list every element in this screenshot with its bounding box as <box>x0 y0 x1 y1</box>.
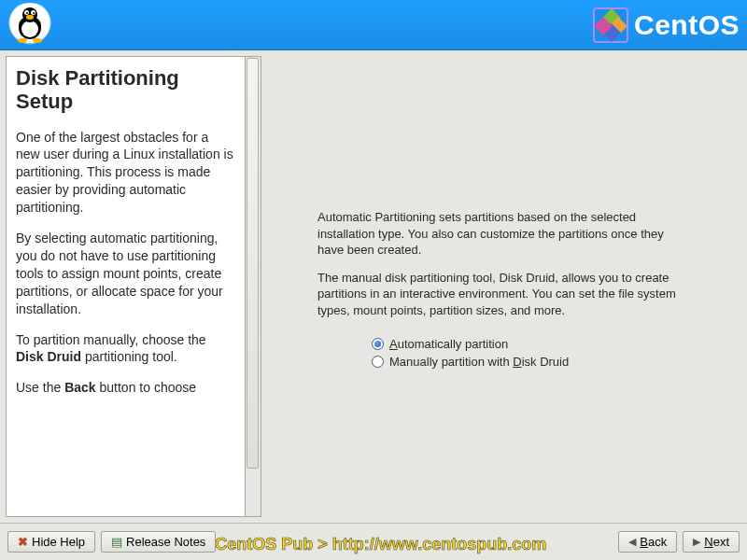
content-panel: Automatic Partitioning sets partitions b… <box>261 50 747 523</box>
button-label: Release Notes <box>126 535 205 549</box>
content-para-manual: The manual disk partitioning tool, Disk … <box>317 270 691 319</box>
help-paragraph: Use the Back button to choose <box>16 379 235 397</box>
scrollbar-thumb[interactable] <box>247 58 259 469</box>
help-scrollbar[interactable] <box>246 56 261 517</box>
button-label: Hide Help <box>32 535 85 549</box>
radio-icon <box>372 338 384 350</box>
title-bar: CentOS <box>0 0 747 50</box>
arrow-right-icon: ▶ <box>693 536 700 548</box>
help-title: Disk Partitioning Setup <box>16 66 235 114</box>
partition-mode-group: Automatically partition Manually partiti… <box>372 337 719 372</box>
help-paragraph: One of the largest obstacles for a new u… <box>16 129 235 217</box>
footer-bar: < CentOS Pub > http://www.centospub.com … <box>0 523 747 560</box>
brand-text: CentOS <box>634 9 740 41</box>
main-area: Disk Partitioning Setup One of the large… <box>0 50 747 523</box>
close-icon: ✖ <box>18 535 28 549</box>
help-text[interactable]: Disk Partitioning Setup One of the large… <box>6 56 246 517</box>
help-panel: Disk Partitioning Setup One of the large… <box>0 50 261 523</box>
radio-icon <box>372 356 384 368</box>
help-paragraph: By selecting automatic partitioning, you… <box>16 230 235 317</box>
next-button[interactable]: ▶ Next <box>683 531 740 553</box>
radio-auto-partition[interactable]: Automatically partition <box>372 337 719 351</box>
arrow-left-icon: ◀ <box>628 536 636 548</box>
button-label: Next <box>704 535 729 549</box>
radio-label: Manually partition with Disk Druid <box>389 355 569 369</box>
tux-icon <box>14 7 46 43</box>
centos-logo-icon <box>593 7 628 43</box>
help-paragraph: To partition manually, choose the Disk D… <box>16 331 235 367</box>
release-notes-button[interactable]: ▤ Release Notes <box>101 531 216 553</box>
content-para-auto: Automatic Partitioning sets partitions b… <box>317 209 691 259</box>
back-button[interactable]: ◀ Back <box>618 531 677 553</box>
button-label: Back <box>640 535 667 549</box>
hide-help-button[interactable]: ✖ Hide Help <box>7 531 95 553</box>
radio-label: Automatically partition <box>389 337 508 351</box>
document-icon: ▤ <box>111 535 122 549</box>
brand-block: CentOS <box>593 7 740 43</box>
distro-icon <box>4 3 56 48</box>
radio-manual-diskdruid[interactable]: Manually partition with Disk Druid <box>372 355 719 369</box>
